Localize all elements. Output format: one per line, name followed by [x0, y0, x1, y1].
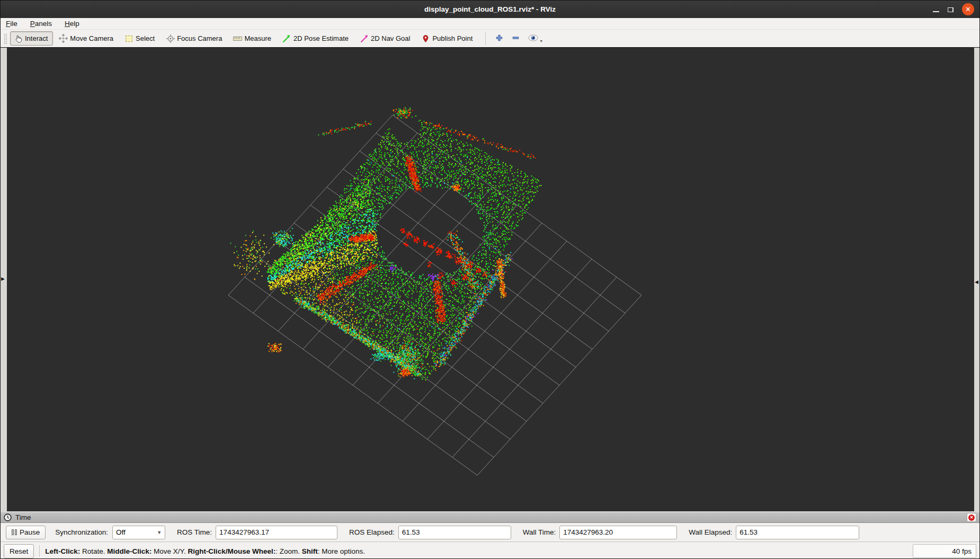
camera-view-button[interactable]: ▼	[524, 33, 547, 44]
reset-button[interactable]: Reset	[4, 544, 34, 558]
eye-icon	[528, 34, 538, 43]
tool-label: Move Camera	[70, 34, 113, 42]
select-box-icon	[124, 34, 133, 43]
field-label: ROS Time:	[177, 528, 212, 536]
close-button[interactable]: ✕	[962, 3, 974, 15]
ros-time-field: ROS Time:	[177, 526, 337, 539]
close-icon: ✕	[968, 514, 975, 521]
sync-label: Synchronization:	[55, 528, 108, 536]
move-icon	[59, 34, 68, 43]
tool-label: 2D Pose Estimate	[293, 34, 349, 42]
field-input[interactable]	[398, 526, 511, 539]
window-title: display_point_cloud_ROS1.rviz* - RViz	[424, 5, 556, 13]
tool-label: Publish Point	[432, 34, 473, 42]
restore-button[interactable]	[948, 5, 954, 14]
focus-camera-tool-button[interactable]: Focus Camera	[162, 31, 227, 46]
mouse-hints: Left-Click: Rotate. Middle-Click: Move X…	[39, 545, 365, 557]
interact-tool-button[interactable]: Interact	[10, 31, 53, 46]
hint-segment: Rotate.	[80, 547, 107, 555]
measure-tool-button[interactable]: Measure	[229, 31, 277, 46]
tool-bar: InteractMove CameraSelectFocus CameraMea…	[1, 30, 979, 47]
publish-point-tool-button[interactable]: Publish Point	[417, 31, 478, 46]
chevron-down-icon: ▼	[539, 39, 543, 43]
hint-segment: : More options.	[318, 547, 365, 555]
hint-segment: Right-Click/Mouse Wheel:	[188, 547, 275, 555]
pause-label: Pause	[20, 528, 40, 536]
move-camera-tool-button[interactable]: Move Camera	[55, 31, 119, 46]
time-panel-title: Time	[15, 513, 31, 521]
minimize-icon	[933, 11, 939, 12]
ruler-icon	[233, 34, 242, 43]
hint-segment: Move X/Y.	[152, 547, 188, 555]
time-panel-header[interactable]: Time ✕	[1, 511, 979, 523]
restore-icon	[948, 7, 954, 12]
status-bar: Reset Left-Click: Rotate. Middle-Click: …	[1, 542, 979, 559]
wall-time-field: Wall Time:	[523, 526, 678, 539]
field-input[interactable]	[216, 526, 337, 539]
sync-dropdown[interactable]: Off ▼	[112, 526, 165, 539]
3d-viewport-canvas[interactable]	[7, 48, 974, 511]
hint-segment: Left-Click:	[45, 547, 80, 555]
map-pin-icon	[421, 34, 430, 43]
pause-icon	[12, 529, 17, 535]
minus-icon	[512, 34, 520, 43]
minimize-button[interactable]	[933, 5, 939, 14]
hint-segment: Shift	[302, 547, 318, 555]
2d-nav-goal-tool-button[interactable]: 2D Nav Goal	[356, 31, 415, 46]
hand-icon	[14, 34, 23, 43]
field-label: ROS Elapsed:	[349, 528, 395, 536]
hint-segment: : Zoom.	[275, 547, 302, 555]
magenta-arrow-icon	[360, 34, 369, 43]
left-panel-splitter[interactable]: ▶	[1, 48, 7, 511]
plus-icon	[495, 34, 503, 43]
hint-segment: Middle-Click:	[107, 547, 152, 555]
field-input[interactable]	[736, 526, 859, 539]
sync-value: Off	[116, 528, 126, 536]
menu-bar: FilePanelsHelp	[1, 18, 979, 30]
expand-right-panel-icon[interactable]: ◀	[975, 279, 978, 285]
tool-label: Measure	[244, 34, 271, 42]
toolbar-drag-handle[interactable]	[4, 33, 7, 44]
green-arrow-icon	[282, 34, 291, 43]
tool-label: Interact	[25, 34, 48, 42]
clock-icon	[4, 513, 12, 521]
field-label: Wall Elapsed:	[689, 528, 732, 536]
tool-label: Select	[136, 34, 155, 42]
viewport-row: ▶ ◀	[1, 47, 979, 511]
wall-elapsed-field: Wall Elapsed:	[689, 526, 859, 539]
right-panel-splitter[interactable]: ◀	[974, 48, 980, 511]
menu-file[interactable]: File	[6, 20, 17, 28]
time-panel-close-button[interactable]: ✕	[967, 513, 976, 522]
zoom-out-button[interactable]	[507, 33, 524, 45]
zoom-in-button[interactable]	[491, 33, 507, 45]
fps-indicator: 40 fps	[913, 544, 976, 558]
time-panel-controls: Pause Synchronization: Off ▼ ROS Time:RO…	[1, 523, 979, 542]
2d-pose-estimate-tool-button[interactable]: 2D Pose Estimate	[279, 31, 354, 46]
chevron-down-icon: ▼	[157, 530, 162, 535]
menu-panels[interactable]: Panels	[30, 20, 52, 28]
pause-button[interactable]: Pause	[6, 526, 46, 539]
tool-label: Focus Camera	[177, 34, 222, 42]
expand-left-panel-icon[interactable]: ▶	[1, 276, 5, 281]
crosshair-icon	[166, 34, 175, 43]
field-label: Wall Time:	[523, 528, 556, 536]
field-input[interactable]	[559, 526, 677, 539]
toolbar-separator	[485, 32, 486, 45]
menu-help[interactable]: Help	[65, 20, 79, 28]
ros-elapsed-field: ROS Elapsed:	[349, 526, 511, 539]
select-tool-button[interactable]: Select	[121, 31, 160, 46]
title-bar[interactable]: display_point_cloud_ROS1.rviz* - RViz ✕	[1, 1, 979, 18]
tool-label: 2D Nav Goal	[371, 34, 410, 42]
